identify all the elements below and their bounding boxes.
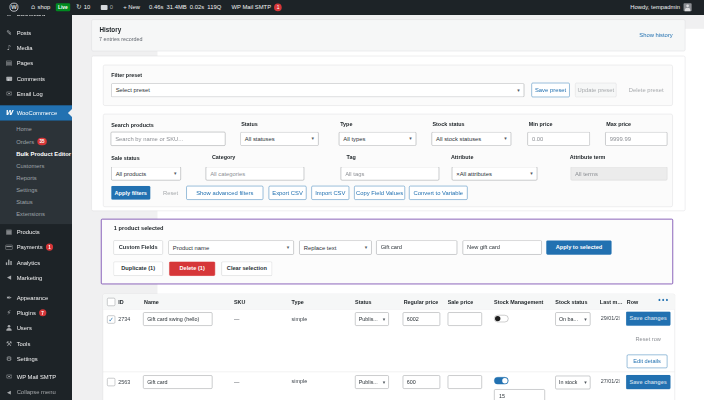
row-status-select[interactable]: Publis...▾	[355, 312, 389, 326]
submenu-item-home[interactable]: Home	[0, 123, 72, 135]
field-select[interactable]: Product name▾	[168, 240, 294, 254]
show-history-link[interactable]: Show history	[639, 32, 672, 39]
chevron-down-icon: ▾	[284, 245, 289, 251]
col-sku: SKU	[234, 299, 245, 305]
stock-status-value: All stock statuses	[436, 135, 481, 142]
avatar[interactable]	[684, 3, 692, 11]
wp-mail-smtp-menu[interactable]: WP Mail SMTP 1	[226, 0, 286, 14]
sale-price-input[interactable]	[448, 312, 482, 326]
updates-icon: ↻	[76, 4, 82, 11]
tag-input[interactable]	[341, 167, 440, 181]
apply-to-selected-button[interactable]: Apply to selected	[546, 240, 611, 254]
min-price-input[interactable]	[527, 132, 590, 146]
update-preset-button[interactable]: Update preset	[575, 83, 616, 97]
sidebar-item-payments[interactable]: Payments 1	[0, 239, 72, 254]
copy-field-values-button[interactable]: Copy Field Values	[354, 186, 405, 200]
sidebar-item-media[interactable]: ♪ Media	[0, 40, 72, 55]
submenu-item-reports[interactable]: Reports	[0, 172, 72, 184]
reset-filters-button[interactable]: Reset	[159, 186, 182, 200]
cell-sku: —	[234, 316, 239, 322]
apply-filters-button[interactable]: Apply filters	[111, 186, 150, 200]
save-preset-button[interactable]: Save preset	[531, 83, 569, 97]
sidebar-item-appearance[interactable]: ✒ Appearance	[0, 290, 72, 305]
select-all-checkbox[interactable]	[107, 298, 115, 306]
export-csv-button[interactable]: Export CSV	[269, 186, 307, 200]
type-select[interactable]: All types▾	[339, 132, 416, 146]
type-value: All types	[343, 135, 365, 142]
wordpress-menu[interactable]: W	[0, 0, 23, 14]
row-stock-status-select[interactable]: In stock▾	[555, 376, 590, 390]
search-products-input[interactable]	[111, 132, 226, 146]
category-input[interactable]	[206, 167, 305, 181]
submenu-item-orders[interactable]: Orders 35	[0, 135, 72, 147]
sidebar-item-plugins[interactable]: ⚡ Plugins 7	[0, 305, 72, 320]
performance-stats[interactable]: 0.46s 31.4MB 0.02s 119Q	[144, 4, 226, 11]
convert-to-variable-button[interactable]: Convert to Variable	[409, 186, 468, 200]
howdy-text[interactable]: Howdy, tempadmin	[630, 4, 680, 11]
table-header-row: ID Name SKU Type Status Regular price Sa…	[103, 294, 675, 309]
sidebar-item-analytics[interactable]: Analytics	[0, 255, 72, 270]
chevron-down-icon: ▾	[407, 136, 412, 142]
submenu-item-status[interactable]: Status	[0, 196, 72, 208]
site-link[interactable]: ⌂ shop	[27, 0, 54, 14]
row-status-select[interactable]: Publis...▾	[355, 375, 389, 389]
sidebar-item-email-log[interactable]: ✉ Email Log	[0, 86, 72, 101]
replace-text-input[interactable]	[463, 240, 542, 254]
sidebar-item-users[interactable]: Users	[0, 320, 72, 335]
sale-status-select[interactable]: All products▾	[111, 167, 181, 181]
sidebar-item-woocommerce[interactable]: W WooCommerce	[0, 105, 72, 120]
sidebar-item-comments[interactable]: Comments	[0, 71, 72, 86]
sidebar-item-products[interactable]: ▦ Products	[0, 224, 72, 239]
new-content-button[interactable]: + New	[117, 0, 144, 14]
sale-price-input[interactable]	[448, 375, 482, 389]
comments-icon	[6, 76, 12, 81]
row-checkbox[interactable]: ✓	[107, 315, 115, 323]
stock-management-toggle[interactable]	[494, 377, 508, 384]
stock-quantity-input[interactable]	[494, 389, 545, 400]
sidebar-item-settings[interactable]: ⚙ Settings	[0, 351, 72, 366]
submenu-item-settings[interactable]: Settings	[0, 184, 72, 196]
import-csv-button[interactable]: Import CSV	[311, 186, 349, 200]
filter-preset-select[interactable]: Select preset ▾	[111, 83, 524, 97]
sidebar-item-posts[interactable]: ✎ Posts	[0, 25, 72, 40]
status-select[interactable]: All statuses▾	[240, 132, 318, 146]
name-input[interactable]	[143, 312, 212, 326]
row-stock-status-select[interactable]: On ba...▾	[555, 312, 590, 326]
delete-preset-button[interactable]: Delete preset	[627, 83, 665, 97]
save-changes-button[interactable]: Save changes	[626, 375, 671, 389]
submenu-item-bulk-product-editor[interactable]: Bulk Product Editor	[0, 148, 72, 160]
collapse-menu-button[interactable]: ◀ Collapse menu	[0, 384, 72, 399]
attribute-select[interactable]: ×All attributes▾	[452, 167, 538, 181]
table-menu-icon[interactable]: •••	[658, 296, 669, 304]
reset-row-button[interactable]: Reset row	[626, 333, 671, 345]
sidebar-item-marketing[interactable]: ◀ Marketing	[0, 270, 72, 285]
sidebar-item-wp-mail-smtp[interactable]: ✉ WP Mail SMTP	[0, 369, 72, 384]
show-advanced-filters-button[interactable]: Show advanced filters	[186, 186, 263, 200]
attribute-term-input[interactable]	[571, 167, 668, 181]
max-price-input[interactable]	[605, 132, 667, 146]
sidebar-item-label: Media	[17, 44, 33, 51]
delete-button[interactable]: Delete (1)	[169, 261, 215, 275]
regular-price-input[interactable]	[403, 312, 440, 326]
custom-fields-button[interactable]: Custom Fields	[113, 240, 163, 254]
find-text-input[interactable]	[376, 240, 457, 254]
regular-price-input[interactable]	[403, 375, 440, 389]
action-select[interactable]: Replace text▾	[299, 240, 371, 254]
updates-link[interactable]: ↻ 10	[74, 0, 94, 14]
row-checkbox[interactable]	[107, 378, 115, 386]
sidebar-item-tools[interactable]: ⚒ Tools	[0, 336, 72, 351]
edit-details-button[interactable]: Edit details	[627, 355, 668, 369]
comments-link[interactable]: 0	[94, 0, 117, 14]
sidebar-item-dashboard-partial[interactable]: ⌂ Dashboard	[0, 14, 72, 24]
chevron-down-icon: ▾	[362, 245, 367, 251]
duplicate-button[interactable]: Duplicate (1)	[113, 261, 163, 275]
submenu-item-customers[interactable]: Customers	[0, 160, 72, 172]
save-changes-button[interactable]: Save changes	[626, 311, 671, 325]
name-input[interactable]	[143, 375, 212, 389]
submenu-item-extensions[interactable]: Extensions	[0, 208, 72, 220]
stock-status-select[interactable]: All stock statuses▾	[432, 132, 512, 146]
sidebar-item-pages[interactable]: ▤ Pages	[0, 55, 72, 70]
stock-management-toggle[interactable]	[494, 315, 508, 322]
dashboard-icon: ⌂	[5, 14, 14, 17]
clear-selection-button[interactable]: Clear selection	[221, 261, 272, 275]
